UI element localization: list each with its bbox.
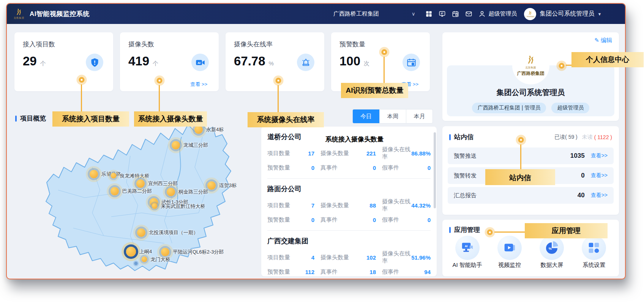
app-shortcut-label: 视频监控 [498,262,521,269]
message-count: 1035 [570,152,585,160]
stat-cell-label: 摄像头数量 [320,254,349,261]
marker-label: 连贺3标 [219,182,237,189]
stat-cell-label: 预警数量 [267,216,290,224]
stat-cell-value: 221 [366,150,376,157]
marker-label: 来宾武宣黔江特大桥 [161,203,205,209]
read-count[interactable]: 已读( 59 ) [554,134,578,141]
system-settings-icon [582,236,606,260]
stat-cell: 摄像头数量102 [320,250,376,265]
svg-text:AI: AI [465,244,468,248]
stat-cell: 真事件18 [320,268,376,276]
stat-cell-value: 0 [373,165,376,171]
map-marker-北投溪境项目（一期）[interactable]: 北投溪境项目（一期） [137,228,145,237]
unread-count[interactable]: ( 1122 ) [594,134,612,140]
app-shortcut-row: AIAI 智能助手视频监控%数据大屏系统设置 [442,236,619,269]
stat-cell-label: 摄像头数量 [320,150,349,157]
stat-cell: 预警数量0 [267,164,314,171]
profile-user-name: 集团公司系统管理员 [447,87,614,98]
map-marker-连贺3标[interactable]: 连贺3标 [207,181,216,190]
annotation-line [494,231,525,233]
stat-cell-label: 摄像头在线率 [382,146,411,160]
stat-cell: 预警数量112 [267,268,314,276]
message-label: 预警推送 [454,152,570,160]
view-link[interactable]: 查看>> [591,152,608,159]
stat-cell-label: 假事件 [382,268,399,276]
stat-cell-label: 真事件 [320,268,338,276]
annotation-ring-camera [157,78,163,84]
unread-label[interactable]: 未读 [582,134,593,141]
stat-cell: 项目数量7 [267,198,314,212]
app-shortcut-label: 系统设置 [582,262,605,269]
view-link[interactable]: 查看>> [591,192,608,199]
stat-cell-value: 94 [424,269,431,275]
annotation-line [81,84,82,111]
map-marker-乐望公路[interactable]: 乐望公路 [90,170,98,178]
map-marker-良龙滩特大桥[interactable]: 良龙滩特大桥 [111,173,117,179]
annotation-line [278,85,279,112]
annotation-ring-project [79,77,85,83]
annotation-ring-online [276,78,281,84]
annotation-ring-message [518,137,524,143]
stat-cell: 真事件0 [320,216,376,224]
callout-camera-count: 系统接入摄像头数量 [134,111,207,127]
map-marker-上峒4[interactable]: 上峒4 [126,247,136,257]
stat-cell-value: 102 [366,254,376,261]
stat-cell-value: 0 [428,217,431,223]
data-screen-icon: % [540,236,564,260]
marker-label: 巴羌路二分部 [122,188,152,195]
map-marker-巴羌路二分部[interactable]: 巴羌路二分部 [110,187,119,195]
stat-cell: 项目数量17 [267,146,314,160]
stat-cell-value: 0 [373,217,376,223]
stat-cell-label: 项目数量 [267,150,290,157]
stat-cell: 摄像头数量88 [320,198,376,212]
annotation-line [520,144,521,169]
map-marker-龙城三分部[interactable]: 龙城三分部 [172,141,180,149]
map-marker-宜州西三分部[interactable]: 宜州西三分部 [136,179,145,188]
marker-label: 桐金路三分部 [178,189,208,195]
map-marker-桐金路三分部[interactable]: 桐金路三分部 [167,188,175,196]
marker-label: 宜州西三分部 [148,180,178,187]
map-marker-龙门大桥[interactable]: 龙门大桥 [142,257,147,262]
callout-profile-center: 个人信息中心 [571,52,644,67]
map-marker-来宾武宣黔江特大桥[interactable]: 来宾武宣黔江特大桥 [152,203,158,209]
list-scrollbar[interactable] [434,132,436,208]
stat-cell-label: 假事件 [382,164,399,171]
map-marker-平陆运河QL6标2-3分部[interactable]: 平陆运河QL6标2-3分部 [161,248,169,256]
profile-badges: 广西路桥工程集团 | 管理员超级管理员 [447,103,614,113]
app-shortcut-AI 智能助手[interactable]: AIAI 智能助手 [446,236,488,269]
map-pin-icon[interactable] [134,262,138,265]
stat-cell-value: 0 [311,217,314,223]
org-logo-icon [525,55,537,65]
tab-今日[interactable]: 今日 [353,109,379,123]
marker-label: 良龙滩特大桥 [120,172,150,179]
title-bar-accent [449,227,451,233]
time-range-tabs: 今日本周本月 [352,109,433,124]
site-message-title: 站内信 [449,133,554,141]
edit-profile-button[interactable]: ✎ 编辑 [594,37,612,44]
company-stats-panel: 道桥分公司项目数量17摄像头数量221摄像头在线率86.88%预警数量0真事件0… [261,127,437,276]
org-logo-text: 广西路桥集团 [517,70,545,77]
stat-cell-value: 88 [369,202,376,209]
stat-cell-value: 44.32% [411,202,431,209]
stat-cell: 假事件94 [382,268,431,276]
view-link[interactable]: 查看>> [591,172,608,179]
map-marker-永新4标[interactable]: 永新4标 [194,125,203,134]
stat-cell-label: 项目数量 [267,202,290,209]
stat-cell-label: 真事件 [320,164,338,171]
stat-cell-value: 17 [308,150,314,157]
stat-cell: 项目数量4 [267,250,314,265]
stat-cell: 摄像头在线率51.96% [382,250,431,265]
marker-label: 上峒4 [139,248,152,255]
tab-本月[interactable]: 本月 [406,109,432,123]
stat-cell-label: 真事件 [320,216,338,224]
tab-本周[interactable]: 本周 [379,109,406,123]
message-row-预警推送: 预警推送1035查看>> [448,147,614,164]
callout-project-count: 系统接入项目数量 [52,111,129,127]
stat-cell-label: 预警数量 [267,164,290,171]
app-shortcut-数据大屏[interactable]: %数据大屏 [531,236,573,269]
app-shortcut-系统设置[interactable]: 系统设置 [573,236,615,269]
stat-cell-label: 预警数量 [267,268,290,276]
stat-cell-value: 7 [311,202,314,209]
annotation-line [384,57,385,83]
app-shortcut-视频监控[interactable]: 视频监控 [488,236,530,269]
